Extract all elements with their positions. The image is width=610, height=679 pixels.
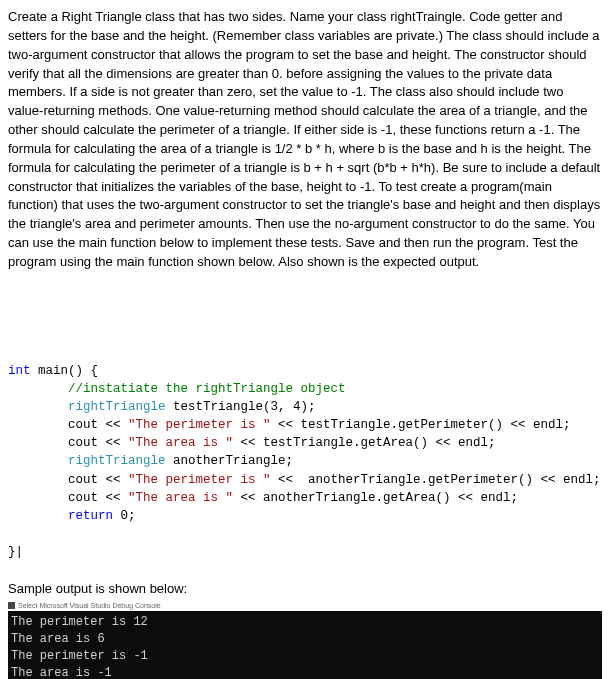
console-title-text: Select Microsoft Visual Studio Debug Con… — [18, 602, 161, 609]
string-literal: "The perimeter is " — [128, 418, 271, 432]
console-output: The perimeter is 12 The area is 6 The pe… — [8, 611, 602, 679]
type-righttriangle: rightTriangle — [68, 454, 166, 468]
type-righttriangle: rightTriangle — [68, 400, 166, 414]
console-line: The perimeter is 12 — [11, 615, 148, 629]
problem-statement: Create a Right Triangle class that has t… — [8, 8, 602, 272]
console-line: The area is 6 — [11, 632, 105, 646]
string-literal: "The area is " — [128, 491, 233, 505]
code-sample: int main() { //instatiate the rightTrian… — [8, 362, 602, 561]
console-line: The perimeter is -1 — [11, 649, 148, 663]
keyword-int: int — [8, 364, 31, 378]
string-literal: "The perimeter is " — [128, 473, 271, 487]
console-line: The area is -1 — [11, 666, 112, 679]
sample-output-label: Sample output is shown below: — [8, 581, 602, 596]
comment: //instatiate the rightTriangle object — [68, 382, 346, 396]
console-title-bar: Select Microsoft Visual Studio Debug Con… — [8, 602, 602, 609]
console-icon — [8, 602, 15, 609]
keyword-return: return — [68, 509, 113, 523]
string-literal: "The area is " — [128, 436, 233, 450]
